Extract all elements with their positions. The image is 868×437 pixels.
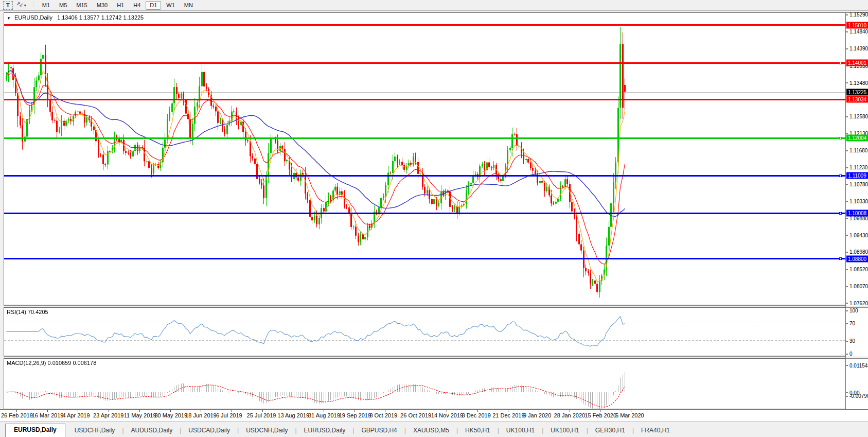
date-tick-mark [293, 410, 293, 412]
top-toolbar: T ▾ M1M5M15M30H1H4D1W1MN [0, 0, 868, 11]
pane-splitter[interactable] [4, 356, 846, 358]
date-tick-label: 4 Apr 2019 [62, 412, 90, 418]
chart-tabs-bar: EURUSD,DailyUSDCHF,Daily|AUDUSD,Daily|US… [0, 422, 868, 437]
chart-tab-xauusd-m5[interactable]: XAUUSD,M5 [406, 425, 456, 437]
horizontal-line-1.15010[interactable] [4, 24, 845, 26]
date-tick-mark [78, 410, 78, 412]
time-axis[interactable]: 26 Feb 201916 Mar 20194 Apr 201923 Apr 2… [0, 409, 868, 422]
date-tick-label: 5 Mar 2020 [615, 412, 644, 418]
timeframe-button-m1[interactable]: M1 [38, 1, 54, 10]
date-tick-label: 31 Aug 2019 [308, 412, 340, 418]
timeframe-button-d1[interactable]: D1 [146, 1, 161, 10]
timeframe-button-h1[interactable]: H1 [113, 1, 128, 10]
horizontal-line-1.13034[interactable] [4, 99, 845, 100]
macd-pane[interactable]: MACD(12,26,9) 0.010659 0.006178 [4, 358, 846, 409]
date-tick-mark [416, 410, 416, 412]
horizontal-line-1.12004[interactable] [4, 137, 845, 139]
timeframe-button-mn[interactable]: MN [180, 1, 197, 10]
date-tick-mark [324, 410, 324, 412]
date-tick-label: 30 May 2019 [155, 412, 188, 418]
timeframe-button-m15[interactable]: M15 [72, 1, 91, 10]
rsi-canvas[interactable] [4, 308, 845, 356]
date-tick-label: 26 Feb 2019 [1, 412, 33, 418]
chart-tab-hk50-h1[interactable]: HK50,H1 [458, 425, 498, 437]
axis-pane-divider [846, 306, 868, 308]
price-tick-label: 1.11230 [849, 165, 867, 170]
chart-symbol-label: EURUSD,Daily [14, 14, 52, 21]
rsi-tick-label: 0 [849, 351, 853, 357]
level-price-badge: 1.10008 [846, 210, 868, 217]
line-handle[interactable] [839, 137, 842, 139]
toolbar-separator [33, 2, 34, 9]
price-tick-label: 1.08520 [849, 267, 868, 272]
level-price-badge: 1.13034 [846, 96, 868, 103]
horizontal-line-1.10008[interactable] [4, 213, 845, 214]
chart-tab-gbpusd-h4[interactable]: GBPUSD,H4 [354, 425, 404, 437]
level-price-badge: 1.12004 [846, 135, 868, 142]
candlestick-canvas[interactable] [4, 13, 845, 305]
macd-tick-label: -0.007908 [849, 393, 868, 399]
chart-tab-ger30-h1[interactable]: GER30,H1 [588, 425, 632, 437]
chart-tab-audusd-daily[interactable]: AUDUSD,Daily [124, 425, 180, 437]
dropdown-caret-icon: ▾ [24, 2, 26, 9]
date-tick-mark [201, 410, 201, 412]
date-tick-mark [447, 410, 447, 412]
price-tick-label: 1.08070 [849, 284, 868, 289]
chart-tab-eurusd-daily[interactable]: EURUSD,Daily [297, 425, 353, 437]
horizontal-line-1.14001[interactable] [4, 62, 845, 64]
tile-windows-button[interactable]: ▾ [14, 1, 29, 10]
chart-tab-usdcnh-daily[interactable]: USDCNH,Daily [239, 425, 295, 437]
price-tick-label: 1.12580 [849, 114, 868, 119]
line-handle[interactable] [839, 257, 842, 260]
date-tick-mark [262, 410, 263, 412]
date-tick-mark [232, 410, 232, 412]
chart-ohlc-values: 1.13406 1.13577 1.12742 1.13225 [57, 14, 144, 21]
horizontal-line-1.08800[interactable] [4, 258, 845, 259]
price-tick-label: 1.10330 [849, 198, 868, 204]
chart-tab-usdcad-daily[interactable]: USDCAD,Daily [181, 425, 237, 437]
rsi-tick-label: 70 [849, 321, 855, 326]
line-handle[interactable] [839, 174, 842, 177]
price-axis[interactable]: 1.152901.148401.143901.139301.134801.125… [845, 12, 868, 409]
horizontal-line-1.11009[interactable] [4, 175, 845, 177]
pane-splitter[interactable] [4, 305, 846, 307]
price-tick-label: 1.15290 [849, 12, 868, 18]
timeframe-button-m5[interactable]: M5 [55, 1, 71, 10]
text-tool-button[interactable]: T [3, 1, 13, 10]
price-tick-label: 1.13480 [849, 80, 868, 85]
timeframe-button-w1[interactable]: W1 [162, 1, 179, 10]
macd-indicator-label: MACD(12,26,9) 0.010659 0.006178 [7, 360, 96, 366]
level-price-badge: 1.08800 [846, 255, 868, 262]
date-tick-label: 13 Aug 2019 [277, 412, 309, 418]
macd-tick-label: 0.011543 [849, 362, 868, 368]
price-tick-label: 1.08980 [849, 249, 868, 255]
date-tick-mark [170, 410, 171, 412]
date-tick-mark [109, 410, 109, 412]
chart-tab-uk100-h1[interactable]: UK100,H1 [543, 425, 586, 437]
title-dropdown-icon[interactable]: ▼ [7, 16, 11, 21]
date-tick-mark [570, 410, 570, 412]
chart-tab-usdchf-daily[interactable]: USDCHF,Daily [67, 425, 122, 437]
date-tick-mark [631, 410, 631, 412]
timeframe-button-m30[interactable]: M30 [93, 1, 112, 10]
date-tick-label: 15 Feb 2020 [584, 412, 616, 418]
line-handle[interactable] [839, 212, 842, 215]
price-tick-label: 1.10780 [849, 181, 868, 187]
chart-tab-eurusd-daily[interactable]: EURUSD,Daily [5, 424, 65, 437]
date-tick-label: 6 Jul 2019 [216, 412, 242, 418]
chart-title: ▼ EURUSD,Daily 1.13406 1.13577 1.12742 1… [7, 14, 144, 21]
timeframe-button-h4[interactable]: H4 [129, 1, 145, 10]
price-chart-pane[interactable]: ▼ EURUSD,Daily 1.13406 1.13577 1.12742 1… [4, 12, 846, 305]
rsi-pane[interactable]: RSI(14) 70.4205 [4, 307, 846, 356]
chart-tab-uk100-h1[interactable]: UK100,H1 [499, 425, 542, 437]
date-tick-label: 3 Dec 2019 [462, 412, 491, 418]
date-tick-label: 19 Sep 2019 [339, 412, 371, 418]
date-tick-label: 26 Oct 2019 [400, 412, 431, 418]
line-handle[interactable] [839, 62, 842, 64]
date-tick-label: 25 Jul 2019 [247, 412, 276, 418]
bid-price-badge: 1.13225 [846, 89, 868, 96]
date-tick-mark [47, 410, 48, 412]
chart-tab-fra40-h1[interactable]: FRA40,H1 [634, 425, 677, 437]
macd-canvas[interactable] [4, 359, 845, 409]
price-tick-label: 1.14840 [849, 29, 868, 34]
